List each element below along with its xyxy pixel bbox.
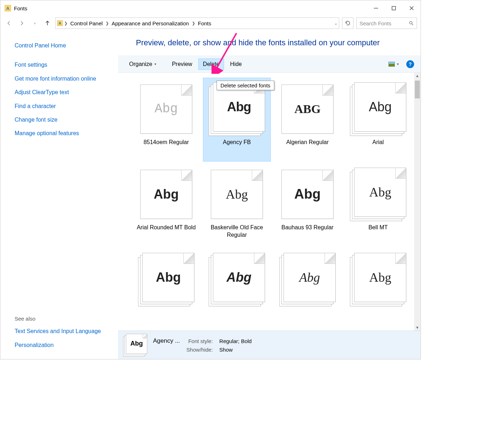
svg-rect-1 <box>392 6 396 10</box>
font-thumb: Abg <box>138 168 194 221</box>
recent-dropdown[interactable]: ▾ <box>30 18 40 28</box>
breadcrumb-fonts[interactable]: Fonts <box>197 20 213 27</box>
font-item[interactable]: Abg <box>344 248 412 331</box>
font-grid-wrap: Abg8514oem RegularAbgAgency FBABGAlgeria… <box>118 73 421 331</box>
seealso-personalization[interactable]: Personalization <box>15 338 114 352</box>
chevron-down-icon[interactable]: ⌄ <box>334 21 337 26</box>
scroll-down-button[interactable]: ▼ <box>414 324 421 331</box>
font-thumb: Abg <box>138 82 194 136</box>
sidebar-link-font-size[interactable]: Change font size <box>15 113 114 127</box>
search-input[interactable]: Search Fonts <box>356 17 417 29</box>
svg-line-5 <box>412 24 413 25</box>
font-item[interactable]: AbgArial Rounded MT Bold <box>132 163 200 247</box>
details-fontstyle-value: Regular; Bold <box>219 338 252 344</box>
content: Preview, delete, or show and hide the fo… <box>118 30 421 359</box>
breadcrumb-control-panel[interactable]: Control Panel <box>69 20 104 27</box>
address-bar[interactable]: A ❯ Control Panel ❯ Appearance and Perso… <box>55 17 339 29</box>
font-item[interactable]: AbgArial <box>344 78 412 162</box>
font-item[interactable]: AbgAgency FB <box>203 78 271 162</box>
sidebar-link-optional-features[interactable]: Manage optional features <box>15 127 114 140</box>
vertical-scrollbar[interactable]: ▲ ▼ <box>414 73 421 331</box>
font-item[interactable]: Abg8514oem Regular <box>132 78 200 162</box>
font-label: Baskerville Old Face Regular <box>207 224 267 239</box>
details-showhide-label: Show/hide: <box>187 347 213 353</box>
font-thumb: ABG <box>279 82 336 136</box>
sidebar: Control Panel Home Font settings Get mor… <box>0 30 118 359</box>
fonts-folder-icon: A <box>5 5 11 11</box>
font-grid[interactable]: Abg8514oem RegularAbgAgency FBABGAlgeria… <box>118 73 414 331</box>
font-item[interactable]: Abg <box>132 248 200 331</box>
sidebar-link-more-info[interactable]: Get more font information online <box>15 72 114 86</box>
scroll-thumb[interactable] <box>415 81 420 98</box>
titlebar: A Fonts <box>0 0 421 16</box>
font-thumb: Abg <box>279 168 336 221</box>
font-item[interactable]: Abg <box>203 248 271 331</box>
details-font-name: Agency ... <box>153 337 180 344</box>
font-item[interactable]: AbgBell MT <box>344 163 412 247</box>
font-item[interactable]: AbgBauhaus 93 Regular <box>274 163 341 247</box>
seealso-text-services[interactable]: Text Services and Input Language <box>15 325 114 338</box>
help-button[interactable]: ? <box>406 60 414 68</box>
window-title: Fonts <box>14 5 27 11</box>
font-label: Bauhaus 93 Regular <box>281 224 334 231</box>
maximize-button[interactable] <box>385 0 403 16</box>
font-thumb: Abg <box>350 168 406 221</box>
view-options-button[interactable]: ▾ <box>384 59 403 69</box>
details-pane: Abg Agency ... Font style: Regular; Bold… <box>118 331 421 359</box>
main-area: Control Panel Home Font settings Get mor… <box>0 30 421 359</box>
details-fontstyle-label: Font style: <box>187 338 213 344</box>
sidebar-link-find-char[interactable]: Find a character <box>15 99 114 113</box>
chevron-right-icon: ❯ <box>64 21 67 26</box>
font-thumb: Abg <box>350 253 406 306</box>
delete-tooltip: Delete selected fonts <box>217 81 274 90</box>
font-thumb: Abg <box>138 253 194 306</box>
preview-button[interactable]: Preview <box>167 58 197 70</box>
svg-point-4 <box>409 21 412 24</box>
page-heading: Preview, delete, or show and hide the fo… <box>118 30 421 56</box>
sidebar-link-cleartype[interactable]: Adjust ClearType text <box>15 86 114 99</box>
breadcrumb-appearance[interactable]: Appearance and Personalization <box>110 20 190 27</box>
chevron-right-icon: ❯ <box>106 21 109 26</box>
details-showhide-value: Show <box>219 347 252 353</box>
font-thumb: Abg <box>279 253 336 306</box>
font-label: Algerian Regular <box>286 139 329 146</box>
font-thumb: Abg <box>209 168 265 221</box>
close-button[interactable] <box>403 0 421 16</box>
organize-button[interactable]: Organize▾ <box>124 58 161 70</box>
search-placeholder: Search Fonts <box>360 20 391 26</box>
sidebar-link-font-settings[interactable]: Font settings <box>15 58 114 72</box>
minimize-button[interactable] <box>367 0 385 16</box>
forward-button[interactable] <box>17 18 27 28</box>
search-icon <box>409 21 414 26</box>
font-item[interactable]: Abg <box>274 248 341 331</box>
font-label: Bell MT <box>368 224 388 231</box>
sidebar-home[interactable]: Control Panel Home <box>15 39 114 52</box>
font-item[interactable]: AbgBaskerville Old Face Regular <box>203 163 271 247</box>
toolbar: Organize▾ Preview Delete Hide ▾ ? <box>118 56 421 73</box>
back-button[interactable] <box>4 18 14 28</box>
font-thumb: Abg <box>350 82 406 136</box>
font-label: Arial <box>372 139 384 146</box>
fonts-folder-icon: A <box>57 20 63 26</box>
font-label: Agency FB <box>223 139 251 146</box>
chevron-right-icon: ❯ <box>192 21 195 26</box>
details-thumb: Abg <box>123 334 148 357</box>
font-label: Arial Rounded MT Bold <box>137 224 195 231</box>
delete-button[interactable]: Delete <box>198 58 224 70</box>
font-thumb: Abg <box>209 253 265 306</box>
font-thumb: Abg <box>209 82 265 136</box>
navbar: ▾ A ❯ Control Panel ❯ Appearance and Per… <box>0 16 421 30</box>
font-item[interactable]: ABGAlgerian Regular <box>274 78 341 162</box>
seealso-header: See also <box>15 313 114 325</box>
scroll-up-button[interactable]: ▲ <box>414 73 421 79</box>
fonts-window: A Fonts ▾ A ❯ Control Panel ❯ Appearance… <box>0 0 421 359</box>
font-label: 8514oem Regular <box>143 139 189 146</box>
picture-icon <box>388 62 395 67</box>
hide-button[interactable]: Hide <box>225 58 246 70</box>
refresh-button[interactable] <box>342 17 353 29</box>
up-button[interactable] <box>42 18 52 28</box>
